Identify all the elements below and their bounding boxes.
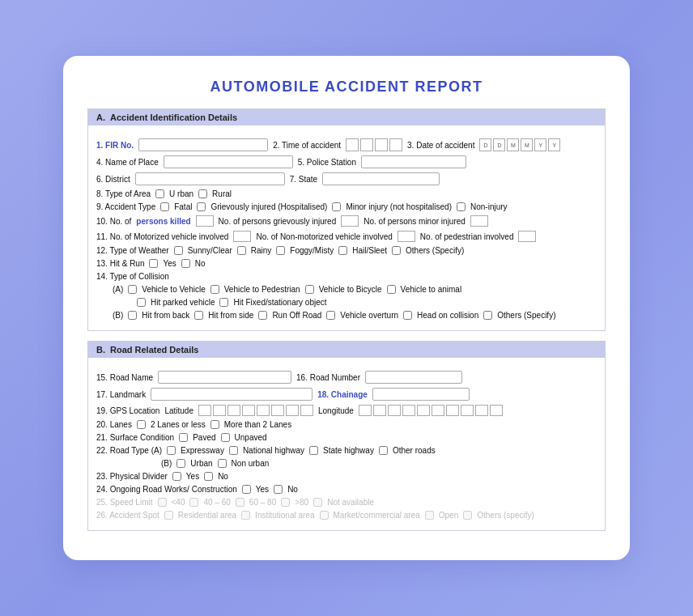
side-checkbox[interactable] xyxy=(194,311,203,320)
divider-label: 23. Physical Divider xyxy=(96,472,168,481)
othersb-checkbox[interactable] xyxy=(483,311,492,320)
row-divider: 23. Physical Divider Yes No xyxy=(96,472,597,481)
national-label: National highway xyxy=(243,446,304,455)
fixed-checkbox[interactable] xyxy=(219,298,228,307)
expressway-checkbox[interactable] xyxy=(167,446,176,455)
time-cell-1 xyxy=(346,138,359,151)
more-lanes-checkbox[interactable] xyxy=(210,420,219,429)
lat-c6 xyxy=(271,405,284,416)
rainy-checkbox[interactable] xyxy=(237,246,246,255)
lt40-label: <40 xyxy=(172,498,185,507)
landmark-input[interactable] xyxy=(151,388,312,401)
state-input[interactable] xyxy=(322,172,440,185)
unpaved-label: Unpaved xyxy=(235,433,267,442)
unpaved-checkbox[interactable] xyxy=(221,433,230,442)
hit-no-checkbox[interactable] xyxy=(181,259,190,268)
back-checkbox[interactable] xyxy=(128,311,137,320)
others-weather-label: Others (Specify) xyxy=(406,246,464,255)
lt40-checkbox[interactable] xyxy=(158,498,167,507)
district-label: 6. District xyxy=(96,175,130,184)
non-urban-label: Non urban xyxy=(232,459,270,468)
landmark-label: 17. Landmark xyxy=(96,390,146,399)
police-input[interactable] xyxy=(361,155,466,168)
40to60-checkbox[interactable] xyxy=(189,498,198,507)
hit-yes-checkbox[interactable] xyxy=(149,259,158,268)
v2p-checkbox[interactable] xyxy=(210,285,219,294)
hit-no-label: No xyxy=(195,259,206,268)
pedestrian-box xyxy=(518,231,536,242)
others-spot-checkbox[interactable] xyxy=(463,511,472,520)
parked-checkbox[interactable] xyxy=(137,298,146,307)
road-type-b-label: (B) xyxy=(161,459,172,468)
date-label: 3. Date of accident xyxy=(407,141,474,150)
accident-type-label: 9. Accident Type xyxy=(96,202,155,211)
v2b-checkbox[interactable] xyxy=(305,285,314,294)
lat-c3 xyxy=(227,405,240,416)
noninjury-checkbox[interactable] xyxy=(457,202,466,211)
date-d1: D xyxy=(479,138,491,151)
minor-count-box xyxy=(470,215,488,227)
row-surface: 21. Surface Condition Paved Unpaved xyxy=(96,433,597,442)
hail-checkbox[interactable] xyxy=(338,246,347,255)
state-hw-label: State highway xyxy=(323,446,374,455)
60to80-checkbox[interactable] xyxy=(236,498,244,507)
fir-no-input[interactable] xyxy=(138,138,268,151)
foggy-checkbox[interactable] xyxy=(276,246,285,255)
market-label: Market/commercial area xyxy=(334,511,420,520)
institutional-checkbox[interactable] xyxy=(241,511,250,520)
urban-road-checkbox[interactable] xyxy=(176,459,185,468)
grievous-count-label: No. of persons grievously injured xyxy=(219,217,337,226)
road-number-input[interactable] xyxy=(365,371,462,384)
headon-checkbox[interactable] xyxy=(403,311,412,320)
row-collision-a2: Hit parked vehicle Hit Fixed/stationary … xyxy=(96,298,597,307)
open-checkbox[interactable] xyxy=(425,511,434,520)
road-number-label: 16. Road Number xyxy=(296,373,360,382)
not-avail-checkbox[interactable] xyxy=(313,498,322,507)
residential-checkbox[interactable] xyxy=(164,511,173,520)
roadworks-no-checkbox[interactable] xyxy=(274,485,283,494)
roadworks-yes-checkbox[interactable] xyxy=(242,485,251,494)
section-b-header: B. Road Related Details xyxy=(88,342,605,358)
rural-checkbox[interactable] xyxy=(198,189,207,198)
state-hw-checkbox[interactable] xyxy=(309,446,318,455)
not-avail-label: Not available xyxy=(327,498,374,507)
two-lanes-checkbox[interactable] xyxy=(137,420,146,429)
institutional-label: Institutional area xyxy=(255,511,314,520)
roadworks-label: 24. Ongoing Road Works/ Construction xyxy=(96,485,237,494)
urban-checkbox[interactable] xyxy=(155,189,164,198)
headon-label: Head on collision xyxy=(417,311,478,320)
gt80-checkbox[interactable] xyxy=(281,498,290,507)
others-weather-checkbox[interactable] xyxy=(392,246,401,255)
district-input[interactable] xyxy=(135,172,285,185)
gps-label: 19. GPS Location xyxy=(96,406,159,415)
divider-yes-checkbox[interactable] xyxy=(172,472,181,481)
othersb-label: Others (Specify) xyxy=(497,311,555,320)
non-motorized-box xyxy=(398,231,415,242)
market-checkbox[interactable] xyxy=(320,511,329,520)
report-card: AUTOMOBILE ACCIDENT REPORT A. Accident I… xyxy=(63,56,630,560)
lon-c1 xyxy=(359,405,372,416)
lon-c5 xyxy=(417,405,430,416)
time-box xyxy=(346,138,402,151)
divider-no-checkbox[interactable] xyxy=(204,472,213,481)
sunny-checkbox[interactable] xyxy=(174,246,183,255)
national-checkbox[interactable] xyxy=(229,446,238,455)
row-district: 6. District 7. State xyxy=(96,172,597,185)
row-persons: 10. No. of persons killed No. of persons… xyxy=(96,215,597,227)
other-roads-checkbox[interactable] xyxy=(379,446,388,455)
overturn-checkbox[interactable] xyxy=(326,311,335,320)
v2a-checkbox[interactable] xyxy=(387,285,396,294)
place-input[interactable] xyxy=(164,155,293,168)
v2v-checkbox[interactable] xyxy=(128,285,137,294)
chainage-input[interactable] xyxy=(372,388,470,401)
row-fir: 1. FIR No. 2. Time of accident 3. Date o… xyxy=(96,138,597,151)
runoff-checkbox[interactable] xyxy=(258,311,267,320)
grievous-checkbox[interactable] xyxy=(197,202,206,211)
fatal-checkbox[interactable] xyxy=(160,202,169,211)
section-a: A. Accident Identification Details 1. FI… xyxy=(87,108,606,331)
non-urban-checkbox[interactable] xyxy=(218,459,227,468)
road-name-input[interactable] xyxy=(158,371,291,384)
section-b-label: B. xyxy=(96,345,105,355)
minor-checkbox[interactable] xyxy=(332,202,341,211)
paved-checkbox[interactable] xyxy=(179,433,188,442)
